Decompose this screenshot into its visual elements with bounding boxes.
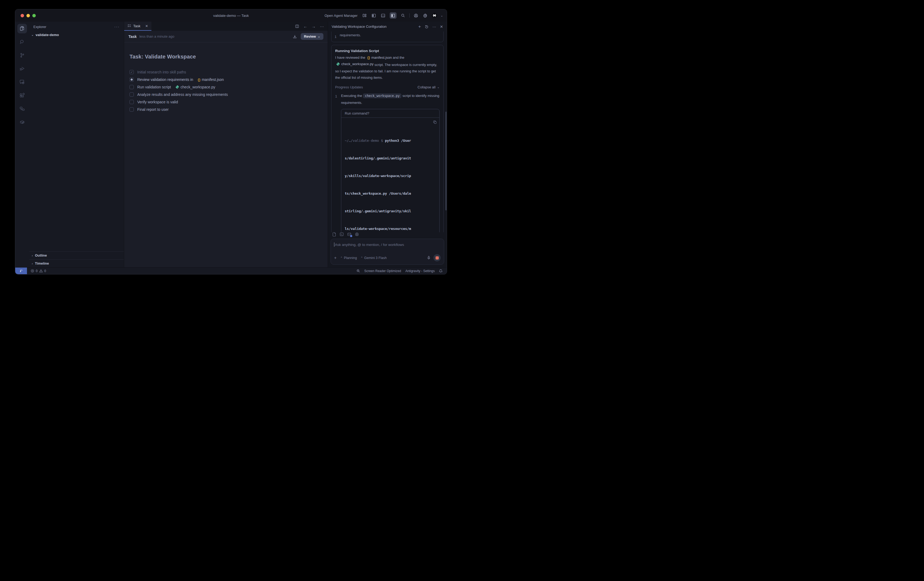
file-icon[interactable]	[332, 232, 336, 236]
outline-section[interactable]: › Outline	[29, 251, 124, 259]
checkbox-empty[interactable]	[130, 85, 134, 89]
warnings-icon	[39, 269, 43, 272]
maximize-window-button[interactable]	[32, 14, 36, 17]
terminal-icon[interactable]	[340, 232, 344, 236]
more-actions-icon[interactable]: ···	[432, 25, 436, 29]
close-tab-icon[interactable]: ✕	[145, 24, 148, 28]
model-dropdown[interactable]: ⌃ Gemini 3 Flash	[361, 256, 386, 260]
zoom-icon[interactable]	[356, 269, 360, 272]
file-chip[interactable]: {} manifest.json	[198, 78, 224, 82]
collapse-all-button[interactable]: Collapse all ⌄	[417, 85, 440, 89]
extensions-icon[interactable]	[17, 91, 27, 100]
gear-icon[interactable]	[422, 13, 428, 18]
split-editor-icon[interactable]	[295, 24, 299, 28]
checklist-item[interactable]: Analyze results and address any missing …	[130, 91, 322, 98]
chevron-down-icon[interactable]: ⌄	[441, 14, 443, 17]
search-icon[interactable]	[17, 37, 27, 47]
editor-area: Task ✕ ← → ··· Task less than a minute a…	[124, 21, 328, 267]
checklist-item[interactable]: Verify workspace is valid	[130, 98, 322, 106]
window-controls	[21, 14, 36, 17]
more-actions-icon[interactable]: ···	[320, 24, 324, 28]
run-command-card: Run command? ~/…/validate-demo $ python3…	[341, 109, 440, 232]
agent-panel-scroll: 1 requirements. Running Validation Scrip…	[328, 31, 447, 232]
timeline-section[interactable]: › Timeline	[29, 259, 124, 267]
tab-label: Task	[133, 24, 140, 28]
panel-bottom-icon[interactable]	[380, 13, 386, 18]
container-icon[interactable]	[17, 117, 27, 127]
inbox-icon[interactable]	[347, 232, 351, 236]
errors-indicator[interactable]: 0	[31, 269, 38, 273]
layout-grid-icon[interactable]	[361, 13, 368, 18]
mode-dropdown[interactable]: ⌃ Planning	[340, 256, 357, 260]
source-control-icon[interactable]	[17, 51, 27, 60]
checklist-item[interactable]: Final report to user	[130, 106, 322, 113]
task-heading: Task: Validate Workspace	[130, 54, 322, 60]
json-braces-icon: {}	[367, 54, 370, 61]
remote-icon[interactable]	[15, 267, 27, 274]
download-icon[interactable]	[293, 35, 297, 39]
panel-left-icon[interactable]	[371, 13, 377, 18]
progress-updates-row: Progress Updates Collapse all ⌄	[335, 85, 440, 89]
tree-item-validate-demo[interactable]: ⌄ validate-demo	[29, 32, 124, 38]
agent-panel-header: Validating Workspace Configuration + ···…	[328, 21, 447, 31]
chat-input[interactable]: Ask anything, @ to mention, / for workfl…	[331, 239, 444, 265]
run-debug-icon[interactable]	[17, 64, 27, 73]
tab-task[interactable]: Task ✕	[124, 21, 152, 31]
terminal-preview: ~/…/validate-demo $ python3 /User s/dale…	[341, 118, 439, 232]
screen-reader-status[interactable]: Screen Reader Optimized	[364, 269, 401, 273]
panel-right-icon[interactable]	[389, 12, 396, 19]
agent-panel: Validating Workspace Configuration + ···…	[328, 21, 447, 267]
checklist-item[interactable]: ✓ Initial research into skill paths	[130, 68, 322, 76]
close-window-button[interactable]	[21, 14, 24, 17]
back-icon[interactable]: ←	[304, 24, 307, 28]
checkbox-checked[interactable]: ✓	[130, 70, 134, 74]
close-panel-icon[interactable]: ✕	[440, 25, 443, 29]
checkbox-empty[interactable]	[130, 100, 134, 104]
checkbox-empty[interactable]	[130, 92, 134, 97]
chrome-icon[interactable]	[413, 13, 419, 18]
json-braces-icon: {}	[198, 78, 200, 82]
checklist-item[interactable]: Run validation script check_workspace.py	[130, 83, 322, 91]
minimize-window-button[interactable]	[26, 14, 30, 17]
task-toolbar: Task less than a minute ago Review ⌄	[124, 31, 328, 43]
open-agent-manager-button[interactable]: Open Agent Manager	[325, 13, 358, 18]
review-button[interactable]: Review ⌄	[301, 33, 323, 40]
avatar-invader-icon[interactable]	[432, 13, 437, 18]
task-timestamp: less than a minute ago	[139, 35, 174, 38]
code-chip: check_workspace.py	[363, 94, 401, 98]
history-icon[interactable]	[425, 25, 429, 28]
checkbox-empty[interactable]	[130, 107, 134, 112]
notification-dot	[350, 235, 352, 237]
remote-explorer-icon[interactable]	[17, 77, 27, 87]
mic-icon[interactable]	[427, 256, 431, 260]
file-chip[interactable]: {} manifest.json	[367, 54, 392, 61]
settings-status[interactable]: Antigravity - Settings	[405, 269, 435, 273]
task-title: Task	[129, 35, 137, 39]
file-chip[interactable]: check_workspace.py	[336, 61, 374, 67]
flow-icon[interactable]	[17, 104, 27, 114]
warnings-indicator[interactable]: 0	[39, 269, 46, 273]
clipped-progress-card: 1 requirements.	[331, 31, 444, 42]
copy-icon[interactable]	[433, 120, 437, 124]
explorer-icon[interactable]	[17, 24, 27, 33]
checklist-icon	[127, 24, 131, 28]
search-icon[interactable]	[400, 13, 406, 18]
bell-icon[interactable]	[439, 269, 442, 273]
forward-icon[interactable]: →	[312, 24, 316, 28]
more-actions-icon[interactable]: ···	[114, 25, 120, 29]
agent-panel-title: Validating Workspace Configuration	[332, 25, 414, 28]
file-chip[interactable]: check_workspace.py	[175, 85, 215, 89]
chrome-icon[interactable]	[355, 232, 359, 236]
step-title: Running Validation Script	[335, 49, 440, 53]
title-bar: validate-demo — Task Open Agent Manager	[15, 9, 447, 21]
status-bar: 0 0 Screen Reader Optimized Antigravity …	[15, 267, 447, 274]
stop-button[interactable]	[434, 254, 441, 261]
checklist-item[interactable]: Review validation requirements in {} man…	[130, 76, 322, 83]
chevron-down-icon: ⌄	[31, 33, 34, 36]
chevron-down-icon: ⌄	[437, 86, 440, 89]
new-conversation-icon[interactable]: +	[418, 24, 421, 30]
explorer-sidebar: Explorer ··· ⌄ validate-demo › Outline ›…	[29, 21, 124, 267]
scrollbar-thumb[interactable]	[446, 112, 447, 210]
checkbox-in-progress[interactable]	[130, 78, 134, 82]
attach-icon[interactable]: +	[334, 256, 337, 260]
